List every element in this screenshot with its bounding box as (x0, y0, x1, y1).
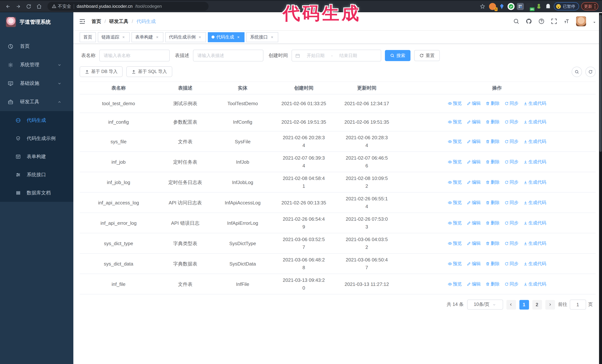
action-download[interactable]: 生成代码 (523, 219, 546, 227)
action-delete[interactable]: 删除 (485, 178, 500, 186)
action-eye[interactable]: 预览 (448, 260, 462, 268)
action-edit[interactable]: 编辑 (467, 239, 481, 247)
action-sync[interactable]: 同步 (504, 280, 518, 288)
reset-button[interactable]: 重置 (414, 50, 440, 61)
tab-tag[interactable]: 系统接口× (246, 32, 278, 42)
sidebar-subitem[interactable]: 表单构建 (0, 147, 73, 166)
goto-page-input[interactable] (570, 300, 586, 310)
sidebar-logo-row[interactable]: 芋道管理系统 (0, 12, 73, 32)
action-eye[interactable]: 预览 (448, 158, 462, 166)
sidebar-item[interactable]: 系统管理 (0, 56, 73, 74)
show-search-button[interactable] (572, 66, 582, 77)
user-avatar[interactable] (576, 16, 586, 26)
browser-scrollbar[interactable] (599, 13, 602, 364)
action-eye[interactable]: 预览 (448, 280, 462, 288)
refresh-button[interactable] (585, 66, 596, 77)
table-desc-input[interactable] (193, 50, 263, 62)
action-sync[interactable]: 同步 (504, 137, 518, 145)
close-icon[interactable]: × (236, 35, 241, 40)
action-eye[interactable]: 预览 (448, 239, 462, 247)
action-delete[interactable]: 删除 (485, 260, 500, 268)
action-delete[interactable]: 删除 (485, 118, 500, 126)
action-delete[interactable]: 删除 (485, 199, 500, 207)
tab-tag[interactable]: 代码生成× (208, 32, 245, 42)
caret-down-icon[interactable] (592, 19, 596, 23)
end-date-input[interactable] (335, 53, 362, 58)
action-eye[interactable]: 预览 (448, 219, 462, 227)
action-sync[interactable]: 同步 (504, 260, 518, 268)
close-icon[interactable]: × (155, 35, 160, 40)
back-icon[interactable] (4, 2, 12, 10)
next-page-button[interactable] (545, 300, 555, 309)
action-edit[interactable]: 编辑 (467, 280, 481, 288)
sidebar-subitem[interactable]: 代码生成 (0, 111, 73, 129)
reload-icon[interactable] (24, 2, 32, 10)
profile-paused-badge[interactable]: 已暂停 (554, 2, 579, 10)
action-download[interactable]: 生成代码 (523, 260, 546, 268)
sidebar-subitem[interactable]: 系统接口 (0, 166, 73, 184)
github-icon[interactable] (526, 18, 532, 24)
sidebar-item[interactable]: 研发工具 (0, 93, 73, 111)
close-icon[interactable]: × (270, 35, 275, 40)
action-edit[interactable]: 编辑 (467, 137, 481, 145)
action-sync[interactable]: 同步 (504, 239, 518, 247)
action-sync[interactable]: 同步 (504, 219, 518, 227)
sql-import-button[interactable]: 基于 SQL 导入 (127, 66, 172, 77)
security-warning[interactable]: 不安全 (52, 3, 71, 10)
action-eye[interactable]: 预览 (448, 118, 462, 126)
action-download[interactable]: 生成代码 (523, 199, 546, 207)
action-download[interactable]: 生成代码 (523, 239, 546, 247)
action-download[interactable]: 生成代码 (523, 100, 546, 107)
action-sync[interactable]: 同步 (504, 158, 518, 166)
db-import-button[interactable]: 基于 DB 导入 (80, 66, 123, 77)
action-sync[interactable]: 同步 (504, 199, 518, 207)
search-icon[interactable] (513, 18, 519, 24)
table-name-input[interactable] (99, 50, 170, 62)
action-edit[interactable]: 编辑 (467, 260, 481, 268)
breadcrumb-item[interactable]: 研发工具 (109, 18, 128, 25)
extension-icon-green-check[interactable] (507, 3, 514, 10)
update-button[interactable]: 更新 (581, 2, 598, 10)
address-bar[interactable]: 不安全 dashboard.yudao.iocoder.cn/tool/code… (47, 2, 209, 11)
action-edit[interactable]: 编辑 (467, 100, 481, 107)
action-eye[interactable]: 预览 (448, 199, 462, 207)
action-sync[interactable]: 同步 (504, 100, 518, 107)
extension-icon-droid[interactable] (535, 3, 542, 10)
action-edit[interactable]: 编辑 (467, 199, 481, 207)
page-number-button[interactable]: 1 (519, 300, 529, 309)
extension-icon-gem[interactable] (498, 3, 505, 10)
extension-icon-ghost[interactable] (544, 3, 551, 10)
action-sync[interactable]: 同步 (504, 118, 518, 126)
font-size-icon[interactable] (563, 18, 570, 24)
start-date-input[interactable] (302, 53, 329, 58)
action-edit[interactable]: 编辑 (467, 118, 481, 126)
sidebar-item[interactable]: 基础设施 (0, 74, 73, 93)
close-icon[interactable]: × (121, 35, 126, 40)
sidebar-subitem[interactable]: 代码生成示例 (0, 129, 73, 147)
action-download[interactable]: 生成代码 (523, 118, 546, 126)
bookmark-star-icon[interactable] (478, 2, 487, 10)
tab-tag[interactable]: 链路追踪× (98, 32, 130, 42)
action-delete[interactable]: 删除 (485, 239, 500, 247)
home-icon[interactable] (35, 2, 43, 10)
tab-tag[interactable]: 首页 (80, 32, 96, 42)
action-delete[interactable]: 删除 (485, 137, 500, 145)
tab-tag[interactable]: 表单构建× (131, 32, 163, 42)
action-eye[interactable]: 预览 (448, 137, 462, 145)
scrollbar-thumb[interactable] (599, 15, 602, 152)
action-sync[interactable]: 同步 (504, 178, 518, 186)
prev-page-button[interactable] (506, 300, 516, 309)
action-eye[interactable]: 预览 (448, 178, 462, 186)
forward-icon[interactable] (14, 2, 22, 10)
action-download[interactable]: 生成代码 (523, 178, 546, 186)
menu-fold-icon[interactable] (79, 18, 86, 25)
action-download[interactable]: 生成代码 (523, 137, 546, 145)
action-delete[interactable]: 删除 (485, 100, 500, 107)
action-download[interactable]: 生成代码 (523, 280, 546, 288)
help-icon[interactable] (538, 18, 545, 24)
action-delete[interactable]: 删除 (485, 158, 500, 166)
fullscreen-icon[interactable] (551, 18, 557, 24)
extension-icon-grid[interactable] (516, 3, 524, 10)
sidebar-subitem[interactable]: 数据库文档 (0, 184, 73, 202)
page-number-button[interactable]: 2 (532, 300, 542, 309)
